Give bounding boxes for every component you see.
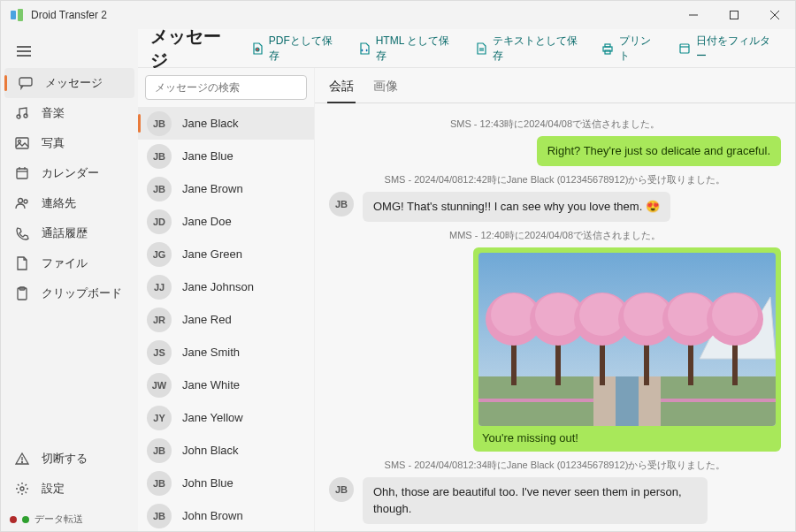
conversation-item[interactable]: JBJane Brown <box>138 172 314 205</box>
svg-point-43 <box>491 293 537 336</box>
html-icon <box>358 42 371 55</box>
avatar: JB <box>147 144 172 169</box>
nav-item-music[interactable]: 音楽 <box>1 98 138 128</box>
nav-label: 通話履歴 <box>42 225 88 241</box>
toolbar-label: PDFとして保存 <box>269 34 339 64</box>
svg-rect-3 <box>731 11 739 19</box>
phone-icon <box>15 226 29 240</box>
status-bar: データ転送 <box>1 507 138 531</box>
conversation-item[interactable]: JWJane White <box>138 369 314 401</box>
hamburger-button[interactable] <box>6 34 42 68</box>
conversation-name: Jane Yellow <box>182 411 243 424</box>
conversation-item[interactable]: JBJane Blue <box>138 140 314 172</box>
conversation-name: Jane Smith <box>182 346 240 359</box>
svg-point-13 <box>19 141 21 143</box>
conversation-name: Jane Red <box>182 313 232 326</box>
sidebar: メッセージ音楽写真カレンダー連絡先通話履歴ファイルクリップボード 切断する設定 … <box>1 29 138 531</box>
message-row-mms: You're missing out! <box>329 247 781 452</box>
conversation-item[interactable]: JBJane Black <box>138 107 314 140</box>
nav-item-photo[interactable]: 写真 <box>1 128 138 158</box>
toolbar-text-button[interactable]: テキストとして保存 <box>468 30 590 67</box>
print-icon <box>601 42 614 55</box>
conversation-item[interactable]: JGJane Green <box>138 238 314 270</box>
toolbar-label: テキストとして保存 <box>493 34 583 64</box>
toolbar-label: プリント <box>619 34 659 64</box>
svg-rect-40 <box>661 399 776 402</box>
conversation-item[interactable]: JYJane Yellow <box>138 401 314 434</box>
tab[interactable]: 会話 <box>327 75 356 103</box>
tab[interactable]: 画像 <box>371 75 400 103</box>
conversation-name: Jane Doe <box>182 215 232 228</box>
conversation-item[interactable]: JBJohn Blue <box>138 467 314 499</box>
conversation-name: Jane Green <box>182 247 242 261</box>
conversation-item[interactable]: JJJane Johnson <box>138 270 314 303</box>
nav-footer-gear[interactable]: 設定 <box>1 474 138 504</box>
calendar-icon <box>15 166 29 180</box>
message-list[interactable]: SMS - 12:43時に2024/04/08で送信されました。Right? T… <box>315 103 795 531</box>
svg-point-52 <box>624 293 670 336</box>
avatar: JY <box>147 406 172 430</box>
nav-label: 連絡先 <box>42 195 76 211</box>
nav-item-file[interactable]: ファイル <box>1 248 138 278</box>
filter-icon <box>678 42 691 55</box>
svg-point-24 <box>20 487 24 490</box>
avatar: JJ <box>147 275 172 300</box>
toolbar-label: 日付をフィルター <box>696 34 776 64</box>
pdf-icon <box>251 42 264 55</box>
nav-item-clipboard[interactable]: クリップボード <box>1 278 138 308</box>
toolbar-html-button[interactable]: HTML として保存 <box>351 30 463 67</box>
nav-item-message[interactable]: メッセージ <box>4 68 134 98</box>
nav-item-phone[interactable]: 通話履歴 <box>1 218 138 248</box>
maximize-button[interactable] <box>714 1 754 29</box>
message-row-incoming: JBOMG! That's stunning!! I can see why y… <box>329 192 781 222</box>
nav-label: 切断する <box>42 451 88 467</box>
toolbar: メッセージ PDFとして保存HTML として保存テキストとして保存プリント日付を… <box>138 29 795 68</box>
minimize-button[interactable] <box>673 1 714 29</box>
message-bubble: OMG! That's stunning!! I can see why you… <box>363 192 670 222</box>
conversation-name: Jane Johnson <box>182 280 254 293</box>
titlebar: Droid Transfer 2 <box>1 1 795 29</box>
app-title: Droid Transfer 2 <box>31 9 107 21</box>
toolbar-print-button[interactable]: プリント <box>594 30 666 67</box>
text-icon <box>475 42 487 55</box>
svg-rect-9 <box>19 78 32 86</box>
status-dot-green <box>22 516 29 523</box>
nav-item-contacts[interactable]: 連絡先 <box>1 188 138 218</box>
avatar: JR <box>147 308 172 332</box>
svg-rect-0 <box>11 11 16 19</box>
status-text: データ転送 <box>34 513 83 526</box>
mms-caption: You're missing out! <box>478 426 776 446</box>
mms-bubble: You're missing out! <box>473 247 781 452</box>
avatar: JB <box>147 438 172 463</box>
message-icon <box>19 76 33 90</box>
conversation-name: John Black <box>182 444 239 457</box>
svg-point-18 <box>19 199 23 203</box>
toolbar-pdf-button[interactable]: PDFとして保存 <box>244 30 346 67</box>
app-icon <box>10 8 24 22</box>
search-input[interactable] <box>145 75 307 100</box>
svg-point-49 <box>579 293 625 336</box>
conversation-item[interactable]: JBJohn Brown <box>138 499 314 531</box>
close-button[interactable] <box>754 1 795 29</box>
svg-rect-14 <box>17 169 27 179</box>
conversation-item[interactable]: JSJane Smith <box>138 336 314 369</box>
nav-footer-warning[interactable]: 切断する <box>1 444 138 474</box>
svg-point-11 <box>24 114 27 118</box>
svg-point-10 <box>17 115 20 118</box>
toolbar-filter-button[interactable]: 日付をフィルター <box>671 30 783 67</box>
message-bubble: Ohh, those are beautiful too. I've never… <box>363 477 708 523</box>
mms-image[interactable] <box>478 253 776 426</box>
message-row-outgoing: Right? They're just so delicate and grac… <box>329 136 781 166</box>
message-row-incoming: JBOhh, those are beautiful too. I've nev… <box>329 477 781 523</box>
avatar: JW <box>147 373 172 398</box>
nav-label: 音楽 <box>42 105 65 121</box>
file-icon <box>15 256 29 270</box>
conversation-item[interactable]: JBJohn Black <box>138 434 314 467</box>
conversation-item[interactable]: JDJane Doe <box>138 205 314 238</box>
page-title: メッセージ <box>150 25 235 72</box>
avatar: JB <box>329 192 354 217</box>
conversation-list[interactable]: JBJane BlackJBJane BlueJBJane BrownJDJan… <box>138 107 314 531</box>
nav-item-calendar[interactable]: カレンダー <box>1 158 138 188</box>
svg-rect-39 <box>478 399 593 402</box>
conversation-item[interactable]: JRJane Red <box>138 303 314 336</box>
